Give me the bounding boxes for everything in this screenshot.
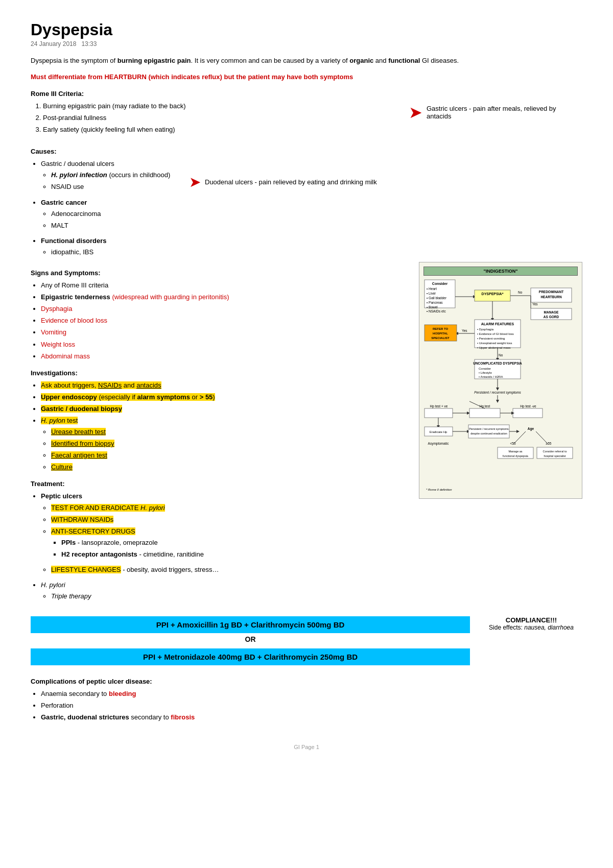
list-item: Functional disorders idiopathic, IBS <box>41 235 184 258</box>
svg-text:Hp test: Hp test <box>480 404 490 408</box>
list-item: NSAID use <box>51 181 184 192</box>
svg-rect-46 <box>425 408 453 418</box>
treatment-list: Peptic ulcers TEST FOR AND ERADICATE H. … <box>41 491 409 602</box>
svg-text:MANAGE: MANAGE <box>544 310 559 314</box>
svg-text:• Upper abdominal mass: • Upper abdominal mass <box>477 346 510 349</box>
svg-text:• NSAIDs etc: • NSAIDs etc <box>427 309 446 313</box>
svg-rect-52 <box>513 408 543 418</box>
page-title: Dyspepsia <box>31 20 582 39</box>
side-effects: Side effects: nausea, diarrhoea <box>480 624 582 631</box>
svg-text:DYSPEPSIA*: DYSPEPSIA* <box>482 292 504 296</box>
list-item: Gastric, duodenal strictures secondary t… <box>41 712 582 723</box>
triple-therapy-1: PPI + Amoxicillin 1g BD + Clarithromycin… <box>31 616 470 633</box>
svg-text:hospital specialist: hospital specialist <box>544 454 566 457</box>
svg-text:ALARM FEATURES: ALARM FEATURES <box>481 322 514 326</box>
list-item: Faecal antigen test <box>51 450 409 461</box>
svg-text:SPECIALIST: SPECIALIST <box>431 336 450 340</box>
list-item: H. pylori infection (occurs in childhood… <box>51 170 184 181</box>
svg-text:despite continued eradication: despite continued eradication <box>470 432 507 435</box>
causes-section: Causes: Gastric / duodenal ulcers H. pyl… <box>31 148 582 262</box>
intro-paragraph: Dyspepsia is the symptom of burning epig… <box>31 56 582 66</box>
svg-text:Persistent / recurrent symptom: Persistent / recurrent symptoms <box>469 427 509 430</box>
svg-text:Persistent / recurrent symptom: Persistent / recurrent symptoms <box>474 391 521 395</box>
list-item: LIFESTYLE CHANGES - obesity, avoid trigg… <box>51 564 409 575</box>
list-item: Perforation <box>41 700 582 711</box>
svg-text:• Evidence of GI blood loss: • Evidence of GI blood loss <box>477 332 514 335</box>
svg-text:REFER TO: REFER TO <box>433 327 449 330</box>
svg-text:functional dyspepsia: functional dyspepsia <box>503 454 529 457</box>
triple-therapy-section: PPI + Amoxicillin 1g BD + Clarithromycin… <box>31 611 582 667</box>
svg-text:• Unexplained weight loss: • Unexplained weight loss <box>477 342 512 345</box>
investigations-section: Investigations: Ask about triggers, NSAI… <box>31 369 409 473</box>
list-item: Any of Rome III criteria <box>41 280 409 291</box>
list-item: PPIs - lansoprazole, omeprazole <box>61 537 409 548</box>
svg-text:No: No <box>499 353 503 357</box>
svg-text:• Pancreas: • Pancreas <box>427 301 443 304</box>
svg-text:Manage as: Manage as <box>508 450 522 453</box>
svg-text:AS GORD: AS GORD <box>544 315 559 319</box>
list-item: H2 receptor antagonists - cimetidine, ra… <box>61 549 409 560</box>
complications-heading: Complications of peptic ulcer disease: <box>31 678 582 685</box>
list-item: MALT <box>51 220 184 231</box>
svg-text:Yes: Yes <box>532 302 538 306</box>
svg-text:Eradicate Hp: Eradicate Hp <box>430 430 447 433</box>
list-item: ANTI-SECRETORY DRUGS PPIs - lansoprazole… <box>51 526 409 560</box>
svg-text:Hp test + ve: Hp test + ve <box>430 404 448 408</box>
list-item: Gastric / duodenal biopsy <box>41 403 409 415</box>
svg-text:PREDOMINANT: PREDOMINANT <box>539 290 563 294</box>
compliance-label: COMPLIANCE!!! <box>480 616 582 624</box>
svg-text:• Lifestyle: • Lifestyle <box>479 371 492 374</box>
flowchart-title: "INDIGESTION" <box>423 267 578 276</box>
investigations-list: Ask about triggers, NSAIDs and antacids … <box>41 380 409 473</box>
investigations-heading: Investigations: <box>31 369 409 377</box>
or-divider: OR <box>31 635 470 643</box>
list-item: Peptic ulcers TEST FOR AND ERADICATE H. … <box>41 491 409 575</box>
list-item: Triple therapy <box>51 591 409 602</box>
list-item: Culture <box>51 462 409 473</box>
complications-section: Complications of peptic ulcer disease: A… <box>31 678 582 723</box>
complications-list: Anaemia secondary to bleeding Perforatio… <box>41 688 582 723</box>
svg-text:• Persistent vomiting: • Persistent vomiting <box>477 337 505 340</box>
list-item: Evidence of blood loss <box>41 315 409 326</box>
list-item: Early satiety (quickly feeling full when… <box>43 124 398 135</box>
gastric-ulcer-note: Gastric ulcers - pain after meals, relie… <box>427 105 582 120</box>
list-item: Urease breath test <box>51 426 409 438</box>
svg-text:• Bowel: • Bowel <box>427 305 438 309</box>
svg-text:Asymptomatic: Asymptomatic <box>428 442 450 446</box>
list-item: Burning epigastric pain (may radiate to … <box>43 101 398 112</box>
rome-section: Rome III Criteria: Burning epigastric pa… <box>31 90 582 140</box>
list-item: Gastric cancer Adenocarcinoma MALT <box>41 197 184 231</box>
svg-line-67 <box>536 431 549 445</box>
svg-text:• Heart: • Heart <box>427 287 437 291</box>
list-item: WITHDRAW NSAIDs <box>51 514 409 525</box>
svg-text:UNCOMPLICATED DYSPEPSIA: UNCOMPLICATED DYSPEPSIA <box>473 361 522 365</box>
svg-text:Consider referral to: Consider referral to <box>543 450 567 453</box>
date-time: 24 January 2018 13:33 <box>31 40 582 47</box>
list-item: Vomiting <box>41 327 409 338</box>
list-item: H. pylori Triple therapy <box>41 580 409 602</box>
rome-criteria-list: Burning epigastric pain (may radiate to … <box>43 101 398 135</box>
list-item: Ask about triggers, NSAIDs and antacids <box>41 380 409 391</box>
page-footer: GI Page 1 <box>31 744 582 750</box>
list-item: Epigastric tenderness (widespread with g… <box>41 292 409 303</box>
treatment-section: Treatment: Peptic ulcers TEST FOR AND ER… <box>31 480 409 602</box>
treatment-heading: Treatment: <box>31 480 409 488</box>
svg-text:• Liver: • Liver <box>427 292 436 295</box>
signs-heading: Signs and Symptoms: <box>31 269 409 277</box>
svg-text:* Rome II definition: * Rome II definition <box>426 488 452 491</box>
svg-line-66 <box>513 431 526 445</box>
svg-text:Age: Age <box>528 427 534 431</box>
list-item: TEST FOR AND ERADICATE H. pylori <box>51 502 409 514</box>
warning-text: Must differentiate from HEARTBURN (which… <box>31 72 582 82</box>
causes-heading: Causes: <box>31 148 582 155</box>
list-item: idiopathic, IBS <box>51 247 184 258</box>
list-item: Adenocarcinoma <box>51 208 184 220</box>
list-item: Gastric / duodenal ulcers H. pylori infe… <box>41 158 184 192</box>
svg-text:No: No <box>518 291 523 294</box>
list-item: Upper endoscopy (especially if alarm sym… <box>41 392 409 403</box>
svg-text:HOSPITAL: HOSPITAL <box>433 332 448 335</box>
svg-text:Consider: Consider <box>432 282 448 285</box>
svg-text:HEARTBURN: HEARTBURN <box>540 295 561 299</box>
signs-flowchart-layout: Signs and Symptoms: Any of Rome III crit… <box>31 262 582 606</box>
duodenal-ulcer-note: Duodenal ulcers - pain relieved by eatin… <box>205 178 377 186</box>
